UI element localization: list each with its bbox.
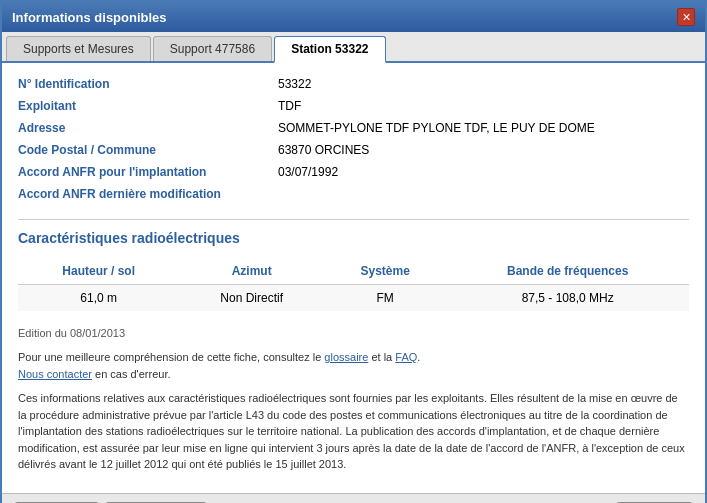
label-adresse: Adresse: [18, 119, 278, 137]
col-hauteur: Hauteur / sol: [18, 258, 179, 285]
value-id: 53322: [278, 75, 311, 93]
radio-table: Hauteur / sol Azimut Système Bande de fr…: [18, 258, 689, 311]
main-window: Informations disponibles ✕ Supports et M…: [0, 0, 707, 503]
edition-text: Edition du 08/01/2013: [18, 327, 689, 339]
label-exploitant: Exploitant: [18, 97, 278, 115]
contact-link[interactable]: Nous contacter: [18, 368, 92, 380]
faq-link[interactable]: FAQ: [395, 351, 417, 363]
window-title: Informations disponibles: [12, 10, 167, 25]
value-adresse: SOMMET-PYLONE TDF PYLONE TDF, LE PUY DE …: [278, 119, 595, 137]
label-accord: Accord ANFR pour l'implantation: [18, 163, 278, 181]
contact-after: en cas d'erreur.: [92, 368, 171, 380]
label-codepostal: Code Postal / Commune: [18, 141, 278, 159]
cell-hauteur: 61,0 m: [18, 285, 179, 312]
value-accord: 03/07/1992: [278, 163, 338, 181]
para1-after: .: [417, 351, 420, 363]
close-button[interactable]: ✕: [677, 8, 695, 26]
content-area: N° Identification 53322 Exploitant TDF A…: [2, 63, 705, 493]
tab-station53322[interactable]: Station 53322: [274, 36, 385, 63]
footer: Imprimer Télécharger Fermer: [2, 493, 705, 504]
para1: Pour une meilleure compréhension de cett…: [18, 349, 689, 382]
tab-support477586[interactable]: Support 477586: [153, 36, 272, 61]
value-codepostal: 63870 ORCINES: [278, 141, 369, 159]
info-row-accord-modif: Accord ANFR dernière modification: [18, 185, 689, 203]
tab-supports[interactable]: Supports et Mesures: [6, 36, 151, 61]
radio-section: Caractéristiques radioélectriques Hauteu…: [18, 230, 689, 311]
cell-azimut: Non Directif: [179, 285, 324, 312]
label-id: N° Identification: [18, 75, 278, 93]
cell-bande: 87,5 - 108,0 MHz: [446, 285, 689, 312]
col-azimut: Azimut: [179, 258, 324, 285]
cell-systeme: FM: [324, 285, 446, 312]
para2: Ces informations relatives aux caractéri…: [18, 390, 689, 473]
col-systeme: Système: [324, 258, 446, 285]
info-row-id: N° Identification 53322: [18, 75, 689, 93]
info-row-adresse: Adresse SOMMET-PYLONE TDF PYLONE TDF, LE…: [18, 119, 689, 137]
para1-before: Pour une meilleure compréhension de cett…: [18, 351, 324, 363]
tab-bar: Supports et Mesures Support 477586 Stati…: [2, 32, 705, 63]
value-exploitant: TDF: [278, 97, 301, 115]
col-bande: Bande de fréquences: [446, 258, 689, 285]
info-row-exploitant: Exploitant TDF: [18, 97, 689, 115]
table-row: 61,0 m Non Directif FM 87,5 - 108,0 MHz: [18, 285, 689, 312]
info-row-codepostal: Code Postal / Commune 63870 ORCINES: [18, 141, 689, 159]
info-row-accord: Accord ANFR pour l'implantation 03/07/19…: [18, 163, 689, 181]
para1-between: et la: [368, 351, 395, 363]
glossaire-link[interactable]: glossaire: [324, 351, 368, 363]
label-accord-modif: Accord ANFR dernière modification: [18, 185, 278, 203]
info-section: N° Identification 53322 Exploitant TDF A…: [18, 75, 689, 203]
radio-section-title: Caractéristiques radioélectriques: [18, 230, 689, 246]
title-bar: Informations disponibles ✕: [2, 2, 705, 32]
divider: [18, 219, 689, 220]
